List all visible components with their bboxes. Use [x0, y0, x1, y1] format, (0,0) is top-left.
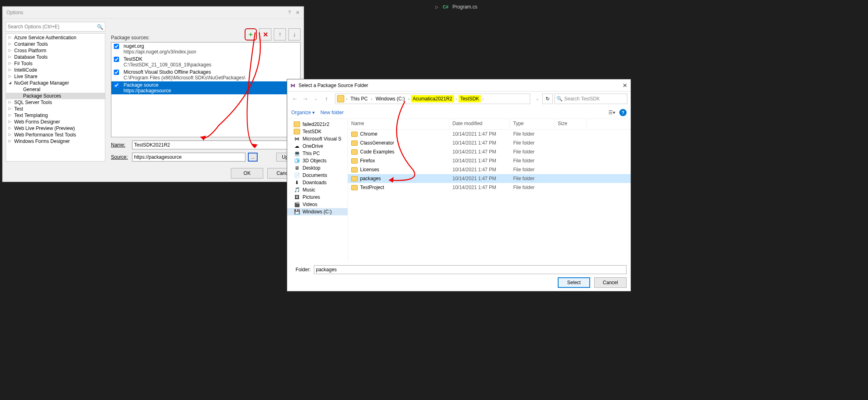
- folder-tree-item[interactable]: 💾Windows (C:): [287, 208, 348, 215]
- source-item[interactable]: Microsoft Visual Studio Offline Packages…: [111, 68, 300, 81]
- source-item[interactable]: Package sourcehttps://packagesource: [111, 81, 300, 94]
- csharp-icon: C#: [443, 4, 448, 9]
- tree-item[interactable]: Container Tools: [6, 41, 105, 47]
- options-search-input[interactable]: [8, 24, 97, 30]
- tree-item[interactable]: F# Tools: [6, 60, 105, 67]
- folder-tree-item[interactable]: ⬇Downloads: [287, 179, 348, 186]
- options-dialog: Options ? ✕ 🔍 Azure Service Authenticati…: [2, 6, 304, 182]
- folder-search-placeholder: Search TestSDK: [564, 96, 600, 102]
- folder-icon: [351, 132, 358, 137]
- folder-icon: [351, 185, 358, 190]
- options-title-text: Options: [6, 10, 23, 15]
- organize-button[interactable]: Organize ▾: [291, 110, 315, 115]
- file-row[interactable]: packages10/14/2021 1:47 PMFile folder: [348, 174, 631, 183]
- folder-tree-item[interactable]: 📄Documents: [287, 172, 348, 179]
- tree-item[interactable]: Web Forms Designer: [6, 119, 105, 125]
- refresh-button[interactable]: ↻: [542, 94, 553, 104]
- tree-item[interactable]: Web Performance Test Tools: [6, 132, 105, 138]
- breadcrumb[interactable]: › This PC›Windows (C:)›Acumatica2021R2›T…: [335, 94, 530, 104]
- tree-item[interactable]: SQL Server Tools: [6, 99, 105, 106]
- file-row[interactable]: Code Examples10/14/2021 1:47 PMFile fold…: [348, 147, 631, 156]
- folder-nav: ← → ⌄ ↑ › This PC›Windows (C:)›Acumatica…: [287, 91, 631, 106]
- move-up-button[interactable]: ↑: [274, 28, 286, 40]
- search-icon: 🔍: [557, 96, 563, 102]
- folder-icon: [351, 149, 358, 155]
- tree-item[interactable]: Cross Platform: [6, 47, 105, 54]
- tree-item[interactable]: NuGet Package Manager: [6, 80, 105, 86]
- forward-button[interactable]: →: [301, 96, 310, 102]
- ok-button[interactable]: OK: [231, 168, 263, 179]
- file-row[interactable]: Firefox10/14/2021 1:47 PMFile folder: [348, 156, 631, 165]
- source-input[interactable]: [132, 153, 245, 162]
- breadcrumb-dropdown[interactable]: ⌄: [534, 97, 541, 101]
- view-button[interactable]: ☰▾: [608, 110, 615, 115]
- editor-filename[interactable]: Program.cs: [452, 4, 477, 10]
- folder-tree-item[interactable]: 💻This PC: [287, 150, 348, 157]
- file-row[interactable]: Chrome10/14/2021 1:47 PMFile folder: [348, 130, 631, 138]
- source-checkbox[interactable]: [114, 44, 119, 49]
- folder-icon: [351, 158, 358, 164]
- source-checkbox[interactable]: [114, 70, 119, 75]
- tree-item[interactable]: IntelliCode: [6, 67, 105, 73]
- col-name[interactable]: Name: [348, 119, 449, 129]
- name-input[interactable]: [132, 140, 301, 149]
- source-item[interactable]: nuget.orghttps://api.nuget.org/v3/index.…: [111, 43, 300, 55]
- source-checkbox[interactable]: [114, 57, 119, 62]
- tree-child[interactable]: General: [6, 86, 105, 93]
- folder-tree-item[interactable]: 🖥Desktop: [287, 164, 348, 172]
- tree-item[interactable]: Test: [6, 106, 105, 112]
- folder-tree-item[interactable]: 🎵Music: [287, 186, 348, 194]
- folder-tree-item[interactable]: TestSDK: [287, 128, 348, 135]
- folder-tree-item[interactable]: 🖼Pictures: [287, 194, 348, 201]
- folder-tree[interactable]: failed2021r2TestSDK⋈Microsoft Visual S☁O…: [287, 119, 348, 262]
- folder-input[interactable]: [314, 265, 627, 274]
- back-button[interactable]: ←: [290, 96, 299, 102]
- file-list-header[interactable]: Name Date modified Type Size: [348, 119, 631, 130]
- name-label: Name:: [111, 142, 130, 148]
- tree-item[interactable]: Azure Service Authentication: [6, 34, 105, 41]
- close-icon[interactable]: ✕: [623, 82, 627, 89]
- col-date[interactable]: Date modified: [449, 119, 510, 129]
- tree-item[interactable]: Web Live Preview (Preview): [6, 125, 105, 132]
- help-icon[interactable]: ?: [288, 10, 291, 15]
- up-button[interactable]: ↑: [322, 96, 331, 102]
- folder-search[interactable]: 🔍 Search TestSDK: [554, 94, 627, 104]
- file-row[interactable]: Licenses10/14/2021 1:47 PMFile folder: [348, 165, 631, 174]
- col-size[interactable]: Size: [554, 119, 587, 129]
- cancel-button[interactable]: Cancel: [594, 277, 627, 288]
- recent-dropdown[interactable]: ⌄: [311, 97, 320, 101]
- tree-item[interactable]: Database Tools: [6, 54, 105, 60]
- tree-item[interactable]: Text Templating: [6, 112, 105, 119]
- source-checkbox[interactable]: [114, 83, 119, 88]
- close-icon[interactable]: ✕: [296, 10, 300, 15]
- file-row[interactable]: ClassGenerator10/14/2021 1:47 PMFile fol…: [348, 138, 631, 147]
- folder-tree-item[interactable]: ☁OneDrive: [287, 143, 348, 150]
- select-button[interactable]: Select: [558, 277, 590, 288]
- folder-tree-item[interactable]: 🎬Videos: [287, 201, 348, 208]
- folder-tree-item[interactable]: 🧊3D Objects: [287, 157, 348, 164]
- browse-button[interactable]: ...: [248, 153, 258, 162]
- folder-tree-item[interactable]: failed2021r2: [287, 121, 348, 128]
- options-tree[interactable]: Azure Service AuthenticationContainer To…: [6, 33, 105, 162]
- source-item[interactable]: TestSDKC:\TestSDK_21_109_0018_19\package…: [111, 55, 300, 68]
- breadcrumb-item[interactable]: TestSDK: [459, 95, 481, 102]
- breadcrumb-item[interactable]: Windows (C:): [374, 95, 406, 102]
- file-row[interactable]: TestProject10/14/2021 1:47 PMFile folder: [348, 183, 631, 192]
- tree-item[interactable]: Windows Forms Designer: [6, 138, 105, 145]
- sources-list[interactable]: nuget.orghttps://api.nuget.org/v3/index.…: [111, 42, 301, 137]
- tree-child[interactable]: Package Sources: [6, 93, 105, 99]
- folder-tree-item[interactable]: ⋈Microsoft Visual S: [287, 135, 348, 143]
- breadcrumb-item[interactable]: Acumatica2021R2: [411, 95, 454, 102]
- col-type[interactable]: Type: [510, 119, 554, 129]
- tree-item[interactable]: Live Share: [6, 73, 105, 80]
- options-search[interactable]: 🔍: [6, 22, 105, 32]
- new-folder-button[interactable]: New folder: [320, 110, 343, 115]
- add-source-button[interactable]: ＋: [245, 28, 257, 40]
- help-button[interactable]: ?: [619, 109, 627, 116]
- delete-source-button[interactable]: ✕: [259, 28, 271, 40]
- source-label: Source:: [111, 154, 130, 160]
- file-list[interactable]: Chrome10/14/2021 1:47 PMFile folderClass…: [348, 130, 631, 192]
- move-down-button[interactable]: ↓: [288, 28, 301, 40]
- package-sources-label: Package sources:: [111, 35, 149, 40]
- breadcrumb-item[interactable]: This PC: [349, 95, 369, 102]
